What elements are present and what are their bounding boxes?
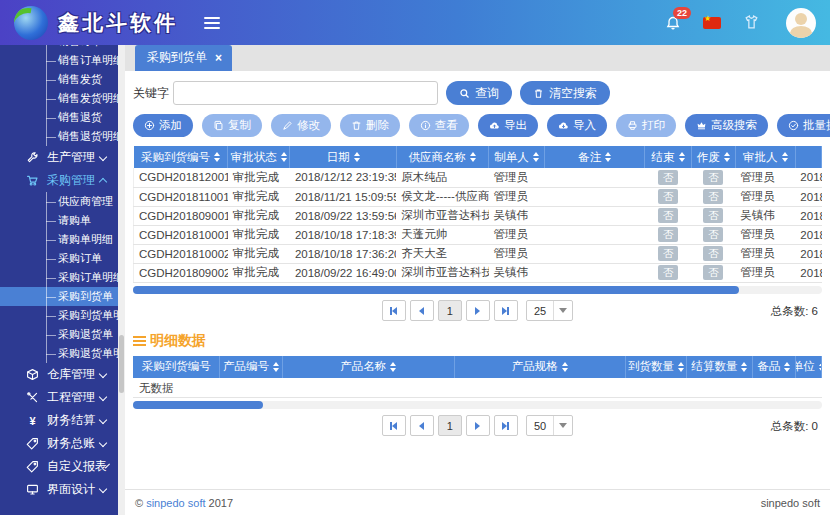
footer-brand-link[interactable]: sinpedo soft [146, 497, 205, 509]
sidebar-section-仓库管理[interactable]: 仓库管理 [0, 363, 118, 386]
clear-search-button[interactable]: 清空搜索 [520, 81, 610, 105]
sidebar-section-财务总账[interactable]: 财务总账 [0, 432, 118, 455]
修改-button[interactable]: 修改 [271, 114, 331, 137]
table-row[interactable]: CGDH201810001审批完成2018/10/18 17:18:39天蓬元帅… [134, 225, 822, 244]
sidebar-item-销售订单明细[interactable]: 销售订单明细 [0, 51, 118, 70]
hscroll-thumb[interactable] [133, 401, 263, 409]
sort-icon[interactable] [390, 362, 396, 372]
detail-col-备品[interactable]: 备品 [753, 356, 795, 378]
language-flag[interactable] [703, 17, 721, 29]
sidebar-item-销售退货[interactable]: 销售退货 [0, 108, 118, 127]
theme-shirt[interactable] [743, 14, 760, 31]
sort-icon[interactable] [214, 152, 220, 162]
last-page-button[interactable] [494, 300, 518, 321]
sidebar-item-供应商管理[interactable]: 供应商管理 [0, 192, 118, 211]
main-col-制单人[interactable]: 制单人 [489, 146, 545, 168]
sort-icon[interactable] [605, 152, 611, 162]
sidebar-item-采购到货单[interactable]: 采购到货单 [0, 287, 118, 306]
table-row[interactable]: CGDH201811001审批完成2018/11/21 15:09:55侯文龙-… [134, 187, 822, 206]
sidebar-section-生产管理[interactable]: 生产管理 [0, 146, 118, 169]
main-col-采购到货编号[interactable]: 采购到货编号 [134, 146, 228, 168]
first-page-button[interactable] [382, 415, 406, 436]
last-page-button[interactable] [494, 415, 518, 436]
批量操作-button[interactable]: 批量操作 [777, 114, 830, 137]
table-row[interactable]: CGDH201812001审批完成2018/12/12 23:19:35原木纯品… [134, 168, 822, 187]
打印-button[interactable]: 打印 [616, 114, 676, 137]
prev-page-button[interactable] [410, 300, 434, 321]
高级搜索-button[interactable]: 高级搜索 [685, 114, 768, 137]
sort-icon[interactable] [819, 362, 822, 372]
main-col-作废[interactable]: 作废 [691, 146, 735, 168]
main-col-审批状态[interactable]: 审批状态 [228, 146, 290, 168]
tab-close-icon[interactable]: × [215, 51, 222, 65]
sort-icon[interactable] [782, 152, 788, 162]
detail-col-产品名称[interactable]: 产品名称 [282, 356, 454, 378]
next-page-button[interactable] [466, 300, 490, 321]
prev-page-button[interactable] [410, 415, 434, 436]
sort-icon[interactable] [354, 152, 360, 162]
sidebar-section-工程管理[interactable]: 工程管理 [0, 386, 118, 409]
current-page-button[interactable]: 1 [438, 300, 462, 321]
添加-button[interactable]: 添加 [133, 114, 193, 137]
导出-button[interactable]: 导出 [478, 114, 538, 137]
scrollbar-thumb[interactable] [119, 335, 124, 393]
detail-col-结算数量[interactable]: 结算数量 [686, 356, 753, 378]
main-col-结束[interactable]: 结束 [645, 146, 691, 168]
sidebar-item-请购单明细[interactable]: 请购单明细 [0, 230, 118, 249]
detail-col-产品编号[interactable]: 产品编号 [220, 356, 283, 378]
detail-col-单位[interactable]: 单位 [795, 356, 821, 378]
复制-button[interactable]: 复制 [202, 114, 262, 137]
sort-icon[interactable] [724, 152, 730, 162]
detail-table-hscrollbar[interactable] [133, 401, 822, 409]
sidebar-section-自定义报表[interactable]: 自定义报表 [0, 455, 118, 478]
sort-icon[interactable] [679, 152, 685, 162]
detail-col-到货数量[interactable]: 到货数量 [626, 356, 687, 378]
sort-icon[interactable] [741, 362, 747, 372]
删除-button[interactable]: 删除 [340, 114, 400, 137]
sidebar-scrollbar[interactable] [118, 45, 125, 515]
main-col-备注[interactable]: 备注 [545, 146, 645, 168]
sidebar-item-采购退货单[interactable]: 采购退货单 [0, 325, 118, 344]
sort-icon[interactable] [281, 152, 287, 162]
sidebar-section-财务结算[interactable]: ¥财务结算 [0, 409, 118, 432]
sidebar-item-销售发货明细[interactable]: 销售发货明细 [0, 89, 118, 108]
sidebar-item-销售发货[interactable]: 销售发货 [0, 70, 118, 89]
sidebar-item-采购退货单明细[interactable]: 采购退货单明细 [0, 344, 118, 363]
sort-icon[interactable] [562, 362, 568, 372]
sidebar-section-采购管理[interactable]: 采购管理 [0, 169, 118, 192]
sort-icon[interactable] [533, 152, 539, 162]
page-size-select[interactable]: 25 [526, 300, 573, 321]
page-size-select[interactable]: 50 [526, 415, 573, 436]
main-col-供应商名称[interactable]: 供应商名称 [396, 146, 488, 168]
table-row[interactable]: CGDH201809001审批完成2018/09/22 13:59:56深圳市亚… [134, 206, 822, 225]
main-col-日期[interactable]: 日期 [290, 146, 396, 168]
table-row[interactable]: CGDH201809002审批完成2018/09/22 16:49:00深圳市亚… [134, 263, 822, 282]
main-table-hscrollbar[interactable] [133, 286, 822, 294]
sort-icon[interactable] [273, 362, 279, 372]
sidebar-item-采购到货单明细[interactable]: 采购到货单明细 [0, 306, 118, 325]
tab-purchase-arrival[interactable]: 采购到货单 × [135, 45, 232, 71]
sidebar-section-界面设计[interactable]: 界面设计 [0, 478, 118, 501]
sort-icon[interactable] [470, 152, 476, 162]
next-page-button[interactable] [466, 415, 490, 436]
sidebar-item-请购单[interactable]: 请购单 [0, 211, 118, 230]
sidebar-item-采购订单[interactable]: 采购订单 [0, 249, 118, 268]
table-row[interactable]: CGDH201810002审批完成2018/10/18 17:36:20齐天大圣… [134, 244, 822, 263]
hscroll-thumb[interactable] [133, 286, 739, 294]
sidebar-item-采购订单明细[interactable]: 采购订单明细 [0, 268, 118, 287]
detail-col-产品规格[interactable]: 产品规格 [454, 356, 626, 378]
query-button[interactable]: 查询 [446, 81, 512, 105]
main-col-审批人[interactable]: 审批人 [735, 146, 795, 168]
user-avatar[interactable] [786, 8, 816, 38]
cart-icon [26, 174, 39, 187]
sort-icon[interactable] [678, 362, 684, 372]
keyword-input[interactable] [173, 81, 438, 105]
notification-bell[interactable]: 22 [665, 15, 681, 31]
查看-button[interactable]: 查看 [409, 114, 469, 137]
导入-button[interactable]: 导入 [547, 114, 607, 137]
sort-icon[interactable] [784, 362, 790, 372]
hamburger-menu-icon[interactable] [204, 17, 220, 29]
sidebar-item-销售退货明细[interactable]: 销售退货明细 [0, 127, 118, 146]
first-page-button[interactable] [382, 300, 406, 321]
current-page-button[interactable]: 1 [438, 415, 462, 436]
